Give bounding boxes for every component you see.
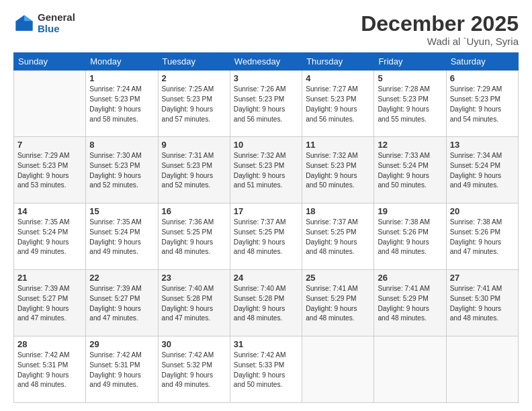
col-wednesday: Wednesday — [230, 53, 302, 71]
day-number: 12 — [378, 140, 442, 150]
day-number: 8 — [89, 140, 154, 150]
svg-marker-1 — [24, 15, 32, 21]
calendar-week-row: 14Sunrise: 7:35 AMSunset: 5:24 PMDayligh… — [14, 203, 519, 270]
day-info: Sunrise: 7:29 AMSunset: 5:23 PMDaylight:… — [17, 151, 82, 191]
day-info: Sunrise: 7:36 AMSunset: 5:25 PMDaylight:… — [162, 218, 226, 257]
day-number: 23 — [162, 273, 226, 283]
day-number: 21 — [17, 273, 82, 283]
day-info: Sunrise: 7:41 AMSunset: 5:29 PMDaylight:… — [306, 284, 370, 324]
day-number: 11 — [306, 140, 370, 150]
table-row: 31Sunrise: 7:42 AMSunset: 5:33 PMDayligh… — [230, 336, 302, 403]
day-number: 20 — [450, 206, 515, 216]
day-number: 2 — [162, 73, 226, 83]
day-info: Sunrise: 7:29 AMSunset: 5:23 PMDaylight:… — [450, 85, 515, 124]
table-row: 30Sunrise: 7:42 AMSunset: 5:32 PMDayligh… — [158, 336, 230, 403]
day-info: Sunrise: 7:31 AMSunset: 5:23 PMDaylight:… — [162, 151, 226, 191]
day-info: Sunrise: 7:33 AMSunset: 5:24 PMDaylight:… — [378, 151, 442, 191]
day-number: 25 — [306, 273, 370, 283]
table-row: 13Sunrise: 7:34 AMSunset: 5:24 PMDayligh… — [446, 137, 518, 203]
day-number: 7 — [17, 140, 82, 150]
table-row: 10Sunrise: 7:32 AMSunset: 5:23 PMDayligh… — [230, 137, 302, 203]
day-info: Sunrise: 7:42 AMSunset: 5:32 PMDaylight:… — [162, 351, 226, 390]
calendar-week-row: 7Sunrise: 7:29 AMSunset: 5:23 PMDaylight… — [14, 137, 519, 203]
day-info: Sunrise: 7:30 AMSunset: 5:23 PMDaylight:… — [89, 151, 154, 191]
table-row: 28Sunrise: 7:42 AMSunset: 5:31 PMDayligh… — [14, 336, 86, 403]
table-row: 4Sunrise: 7:27 AMSunset: 5:23 PMDaylight… — [302, 71, 374, 137]
table-row: 24Sunrise: 7:40 AMSunset: 5:28 PMDayligh… — [230, 270, 302, 336]
day-number: 28 — [17, 339, 82, 349]
table-row: 27Sunrise: 7:41 AMSunset: 5:30 PMDayligh… — [446, 270, 518, 336]
day-number: 6 — [450, 73, 515, 83]
col-tuesday: Tuesday — [158, 53, 230, 71]
day-number: 13 — [450, 140, 515, 150]
day-number: 18 — [306, 206, 370, 216]
month-title: December 2025 — [361, 12, 519, 36]
logo-icon — [13, 13, 35, 34]
col-friday: Friday — [374, 53, 446, 71]
calendar-week-row: 21Sunrise: 7:39 AMSunset: 5:27 PMDayligh… — [14, 270, 519, 336]
day-info: Sunrise: 7:25 AMSunset: 5:23 PMDaylight:… — [162, 85, 226, 124]
day-info: Sunrise: 7:39 AMSunset: 5:27 PMDaylight:… — [17, 284, 82, 324]
day-number: 17 — [234, 206, 298, 216]
logo-blue-text: Blue — [38, 24, 75, 35]
day-number: 1 — [89, 73, 154, 83]
table-row — [374, 336, 446, 403]
table-row: 6Sunrise: 7:29 AMSunset: 5:23 PMDaylight… — [446, 71, 518, 137]
logo-general-text: General — [38, 12, 75, 24]
table-row: 7Sunrise: 7:29 AMSunset: 5:23 PMDaylight… — [14, 137, 86, 203]
day-info: Sunrise: 7:37 AMSunset: 5:25 PMDaylight:… — [306, 218, 370, 257]
table-row: 22Sunrise: 7:39 AMSunset: 5:27 PMDayligh… — [86, 270, 158, 336]
day-number: 30 — [162, 339, 226, 349]
svg-rect-2 — [16, 21, 33, 30]
table-row: 29Sunrise: 7:42 AMSunset: 5:31 PMDayligh… — [86, 336, 158, 403]
logo: General Blue — [13, 12, 75, 34]
day-number: 22 — [89, 273, 154, 283]
day-info: Sunrise: 7:28 AMSunset: 5:23 PMDaylight:… — [378, 85, 442, 124]
day-number: 31 — [234, 339, 298, 349]
table-row: 21Sunrise: 7:39 AMSunset: 5:27 PMDayligh… — [14, 270, 86, 336]
day-number: 19 — [378, 206, 442, 216]
day-info: Sunrise: 7:26 AMSunset: 5:23 PMDaylight:… — [234, 85, 298, 124]
table-row: 11Sunrise: 7:32 AMSunset: 5:23 PMDayligh… — [302, 137, 374, 203]
day-number: 15 — [89, 206, 154, 216]
day-info: Sunrise: 7:32 AMSunset: 5:23 PMDaylight:… — [306, 151, 370, 191]
title-block: December 2025 Wadi al `Uyun, Syria — [361, 12, 519, 47]
day-info: Sunrise: 7:38 AMSunset: 5:26 PMDaylight:… — [450, 218, 515, 257]
table-row: 23Sunrise: 7:40 AMSunset: 5:28 PMDayligh… — [158, 270, 230, 336]
col-monday: Monday — [86, 53, 158, 71]
day-number: 5 — [378, 73, 442, 83]
table-row: 2Sunrise: 7:25 AMSunset: 5:23 PMDaylight… — [158, 71, 230, 137]
calendar-table: Sunday Monday Tuesday Wednesday Thursday… — [13, 52, 519, 403]
day-number: 29 — [89, 339, 154, 349]
day-number: 9 — [162, 140, 226, 150]
day-info: Sunrise: 7:42 AMSunset: 5:31 PMDaylight:… — [17, 351, 82, 390]
table-row: 19Sunrise: 7:38 AMSunset: 5:26 PMDayligh… — [374, 203, 446, 270]
day-number: 10 — [234, 140, 298, 150]
day-info: Sunrise: 7:35 AMSunset: 5:24 PMDaylight:… — [17, 218, 82, 257]
day-info: Sunrise: 7:40 AMSunset: 5:28 PMDaylight:… — [162, 284, 226, 324]
col-saturday: Saturday — [446, 53, 518, 71]
table-row — [14, 71, 86, 137]
table-row: 5Sunrise: 7:28 AMSunset: 5:23 PMDaylight… — [374, 71, 446, 137]
day-info: Sunrise: 7:24 AMSunset: 5:23 PMDaylight:… — [89, 85, 154, 124]
location: Wadi al `Uyun, Syria — [361, 36, 519, 47]
day-info: Sunrise: 7:35 AMSunset: 5:24 PMDaylight:… — [89, 218, 154, 257]
day-number: 3 — [234, 73, 298, 83]
calendar-week-row: 28Sunrise: 7:42 AMSunset: 5:31 PMDayligh… — [14, 336, 519, 403]
day-info: Sunrise: 7:27 AMSunset: 5:23 PMDaylight:… — [306, 85, 370, 124]
day-number: 16 — [162, 206, 226, 216]
page: General Blue December 2025 Wadi al `Uyun… — [0, 0, 532, 411]
table-row: 25Sunrise: 7:41 AMSunset: 5:29 PMDayligh… — [302, 270, 374, 336]
table-row: 26Sunrise: 7:41 AMSunset: 5:29 PMDayligh… — [374, 270, 446, 336]
table-row: 20Sunrise: 7:38 AMSunset: 5:26 PMDayligh… — [446, 203, 518, 270]
day-number: 24 — [234, 273, 298, 283]
day-info: Sunrise: 7:41 AMSunset: 5:29 PMDaylight:… — [378, 284, 442, 324]
table-row: 9Sunrise: 7:31 AMSunset: 5:23 PMDaylight… — [158, 137, 230, 203]
calendar-week-row: 1Sunrise: 7:24 AMSunset: 5:23 PMDaylight… — [14, 71, 519, 137]
day-info: Sunrise: 7:32 AMSunset: 5:23 PMDaylight:… — [234, 151, 298, 191]
day-number: 26 — [378, 273, 442, 283]
table-row — [446, 336, 518, 403]
header: General Blue December 2025 Wadi al `Uyun… — [13, 12, 519, 47]
day-info: Sunrise: 7:40 AMSunset: 5:28 PMDaylight:… — [234, 284, 298, 324]
day-info: Sunrise: 7:42 AMSunset: 5:33 PMDaylight:… — [234, 351, 298, 390]
